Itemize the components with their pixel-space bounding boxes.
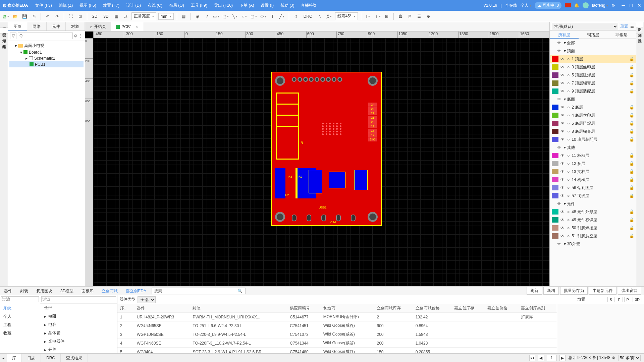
- chip-bga[interactable]: [322, 123, 342, 143]
- source-favorite[interactable]: 收藏: [0, 329, 40, 338]
- obj-tab-sheet[interactable]: 图页: [8, 22, 27, 31]
- source-system[interactable]: 系统: [0, 304, 40, 312]
- tool-line[interactable]: ╲: [231, 13, 239, 20]
- route-tune[interactable]: ∿: [316, 13, 324, 20]
- save-button[interactable]: 💾: [21, 13, 28, 20]
- layer-row[interactable]: 👁○48 元件外形层🔓: [550, 208, 636, 216]
- obj-tab-net[interactable]: 网络: [27, 22, 46, 31]
- cat-resistor[interactable]: ▸ 电阻: [40, 312, 117, 320]
- layer-group[interactable]: 👁▾ 全部: [550, 39, 636, 47]
- table-header[interactable]: 制造商: [321, 304, 374, 313]
- layer-row[interactable]: 👁○50 引脚焊接层🔓: [550, 224, 636, 232]
- layer-row[interactable]: 👁○3 顶层丝印层🔓: [550, 63, 636, 71]
- grid-button[interactable]: ▦: [180, 13, 187, 20]
- open-button[interactable]: 📂: [11, 13, 19, 20]
- sync-status[interactable]: ☁ 同步中: 0: [535, 2, 562, 9]
- menu-design[interactable]: 设计 (D): [123, 3, 144, 8]
- menu-place[interactable]: 放置 (F7): [100, 3, 123, 8]
- layer-row[interactable]: 👁○5 顶层阻焊层🔓: [550, 71, 636, 79]
- page-input[interactable]: [547, 355, 557, 361]
- request-part-button[interactable]: 申请新元件: [589, 287, 616, 295]
- layer-group[interactable]: 👁▾ 底面: [550, 95, 636, 103]
- layer-group[interactable]: 👁▾ 顶面: [550, 47, 636, 55]
- table-header[interactable]: 序...: [117, 304, 134, 313]
- layer-row[interactable]: 👁○51 引脚悬空层🔓: [550, 232, 636, 240]
- tool-pad[interactable]: ▭: [213, 13, 220, 20]
- pcb-board[interactable]: 5 24232221201918175|IO R5 R2 U2: [271, 72, 382, 226]
- tool-text[interactable]: T: [269, 13, 276, 20]
- layer-row[interactable]: 👁○10 底层装配层🔓: [550, 135, 636, 143]
- table-header[interactable]: 立创商城价格: [413, 304, 451, 313]
- bottom-pads[interactable]: [292, 215, 356, 221]
- menu-live[interactable]: 直播答疑: [298, 3, 320, 8]
- export-button[interactable]: ⎘: [406, 13, 414, 20]
- vtab-standardize[interactable]: 器件标准化: [0, 39, 8, 45]
- view-3d-button[interactable]: 3D: [101, 14, 110, 19]
- layer-tab-noncopper[interactable]: 非铜层: [607, 31, 636, 39]
- antenna-outline[interactable]: 5: [276, 93, 299, 160]
- avatar[interactable]: [583, 2, 589, 8]
- vtab-layers[interactable]: 图层: [636, 22, 643, 28]
- table-row[interactable]: 1URH4824LP-20WR3PWRM-TH_MORNSUN_URHXXXX.…: [117, 313, 557, 321]
- layer-tab-copper[interactable]: 铜箔层: [579, 31, 607, 39]
- preview-s-button[interactable]: S: [607, 297, 614, 302]
- layer-group[interactable]: 👁▾ 元件: [550, 200, 636, 208]
- filter-input[interactable]: [18, 33, 73, 39]
- layer-row[interactable]: 👁○12 多层🔓: [550, 160, 636, 168]
- close-button[interactable]: ✕: [637, 3, 641, 8]
- footer-tab-log[interactable]: 日志: [22, 354, 41, 362]
- tool-region[interactable]: ⬚: [222, 13, 229, 20]
- btab-device[interactable]: 器件: [0, 287, 16, 295]
- mounting-hole[interactable]: [368, 212, 378, 222]
- preview-f-button[interactable]: F: [616, 297, 623, 302]
- layer-tab-all[interactable]: 所有层: [550, 31, 579, 39]
- menu-edit[interactable]: 编辑 (Z): [55, 3, 76, 8]
- source-personal[interactable]: 个人: [0, 312, 40, 321]
- layer-row[interactable]: 👁○7 顶层锡膏层🔓: [550, 79, 636, 87]
- preview-3d-button[interactable]: 3D: [633, 297, 642, 302]
- online-mode[interactable]: 全在线: [505, 3, 517, 8]
- vtab-filter[interactable]: 过滤: [636, 28, 643, 34]
- layer-row[interactable]: 👁○9 顶层装配层🔓: [550, 87, 636, 95]
- page-prev-button[interactable]: ◀: [538, 355, 544, 361]
- source-filter-input[interactable]: [1, 296, 39, 302]
- table-header[interactable]: 嘉立创库存: [451, 304, 485, 313]
- cat-opto[interactable]: ▸ 光电器件: [40, 337, 117, 346]
- align-button[interactable]: ⫴: [364, 13, 372, 20]
- vtab-props[interactable]: 属性: [636, 34, 643, 39]
- footer-tab-find[interactable]: 查找结果: [61, 354, 88, 362]
- batch-saveas-button[interactable]: 批量另存为: [560, 287, 588, 295]
- menu-route[interactable]: 布线 (C): [144, 3, 166, 8]
- layer-row[interactable]: 👁○14 机械层🔓: [550, 176, 636, 184]
- filter-menu-icon[interactable]: ⋮: [79, 34, 83, 38]
- category-filter-input[interactable]: [41, 296, 116, 302]
- obj-tab-obj[interactable]: 对象: [66, 22, 85, 31]
- page-next-button[interactable]: ▶: [559, 355, 566, 361]
- search-icon[interactable]: 🔍: [237, 289, 243, 293]
- popout-button[interactable]: 弹出窗口: [618, 287, 641, 295]
- drc-button[interactable]: DRC: [302, 14, 314, 19]
- undo-button[interactable]: ↶: [44, 13, 51, 20]
- table-header[interactable]: 嘉立创价格: [485, 304, 518, 313]
- cat-capacitor[interactable]: ▸ 电容: [40, 320, 117, 329]
- layer-row[interactable]: 👁○57 飞线层🔒: [550, 192, 636, 200]
- page-first-button[interactable]: ⏮: [529, 355, 535, 361]
- btab-lcsc[interactable]: 立创商城: [98, 287, 122, 295]
- footer-collapse-icon[interactable]: ◂: [0, 356, 7, 360]
- redo-button[interactable]: ↷: [53, 13, 61, 20]
- type-select[interactable]: 全部: [138, 296, 156, 303]
- menu-view[interactable]: 视图 (F6): [76, 3, 99, 8]
- table-header[interactable]: 立创商城库存: [374, 304, 413, 313]
- layer-row[interactable]: 👁○49 元件标识层🔓: [550, 216, 636, 224]
- gear-icon[interactable]: ⚙: [611, 3, 615, 8]
- layer-group[interactable]: 👁▾ 其他: [550, 143, 636, 152]
- table-header[interactable]: 供应商编号: [287, 304, 320, 313]
- menu-order[interactable]: 下单 (A): [236, 3, 257, 8]
- layer-row[interactable]: 👁○56 钻孔图层🔓: [550, 184, 636, 192]
- layers-reset-button[interactable]: 重置: [620, 23, 628, 29]
- btab-3d[interactable]: 3D模型: [56, 287, 77, 295]
- menu-tools[interactable]: 工具 (F9): [187, 3, 211, 8]
- zoom-fit-button[interactable]: ⛶: [67, 13, 74, 20]
- obj-tab-comp[interactable]: 元件: [47, 22, 66, 31]
- tool-circle[interactable]: ○: [241, 13, 248, 20]
